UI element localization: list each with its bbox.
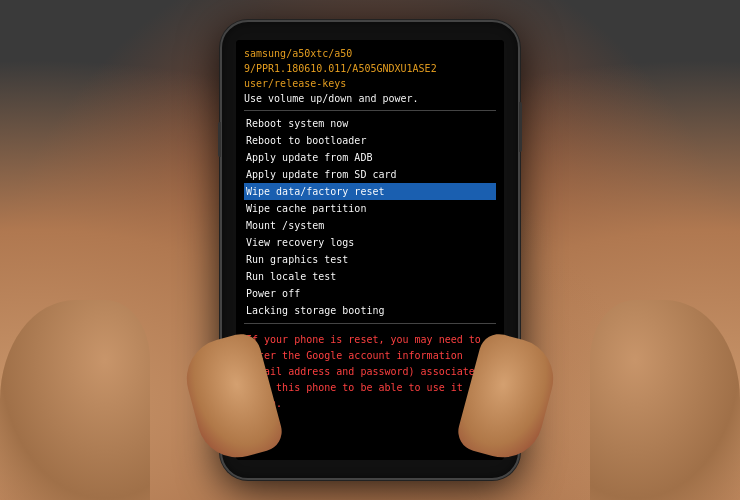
device-model: samsung/a50xtc/a50 [244,46,496,61]
factory-reset-warning: If your phone is reset, you may need to … [246,332,494,412]
menu-item-graphics-test[interactable]: Run graphics test [244,251,496,268]
phone-screen: samsung/a50xtc/a50 9/PPR1.180610.011/A50… [236,40,504,460]
build-type: user/release-keys [244,76,496,91]
menu-item-lacking-storage[interactable]: Lacking storage booting [244,302,496,319]
menu-item-apply-sdcard[interactable]: Apply update from SD card [244,166,496,183]
navigation-hint: Use volume up/down and power. [244,91,496,106]
scene: samsung/a50xtc/a50 9/PPR1.180610.011/A50… [0,0,740,500]
menu-item-locale-test[interactable]: Run locale test [244,268,496,285]
menu-item-apply-adb[interactable]: Apply update from ADB [244,149,496,166]
menu-item-reboot-bootloader[interactable]: Reboot to bootloader [244,132,496,149]
menu-item-reboot-system[interactable]: Reboot system now [244,115,496,132]
hand-right [590,300,740,500]
hand-left [0,300,150,500]
recovery-screen: samsung/a50xtc/a50 9/PPR1.180610.011/A50… [236,40,504,460]
phone: samsung/a50xtc/a50 9/PPR1.180610.011/A50… [220,20,520,480]
recovery-menu: Reboot system now Reboot to bootloader A… [244,115,496,324]
build-number: 9/PPR1.180610.011/A505GNDXU1ASE2 [244,61,496,76]
power-button [519,102,522,152]
menu-item-wipe-data[interactable]: Wipe data/factory reset [244,183,496,200]
volume-button [218,122,221,157]
menu-item-power-off[interactable]: Power off [244,285,496,302]
menu-item-view-logs[interactable]: View recovery logs [244,234,496,251]
menu-item-mount-system[interactable]: Mount /system [244,217,496,234]
menu-item-wipe-cache[interactable]: Wipe cache partition [244,200,496,217]
device-info-header: samsung/a50xtc/a50 9/PPR1.180610.011/A50… [244,46,496,111]
